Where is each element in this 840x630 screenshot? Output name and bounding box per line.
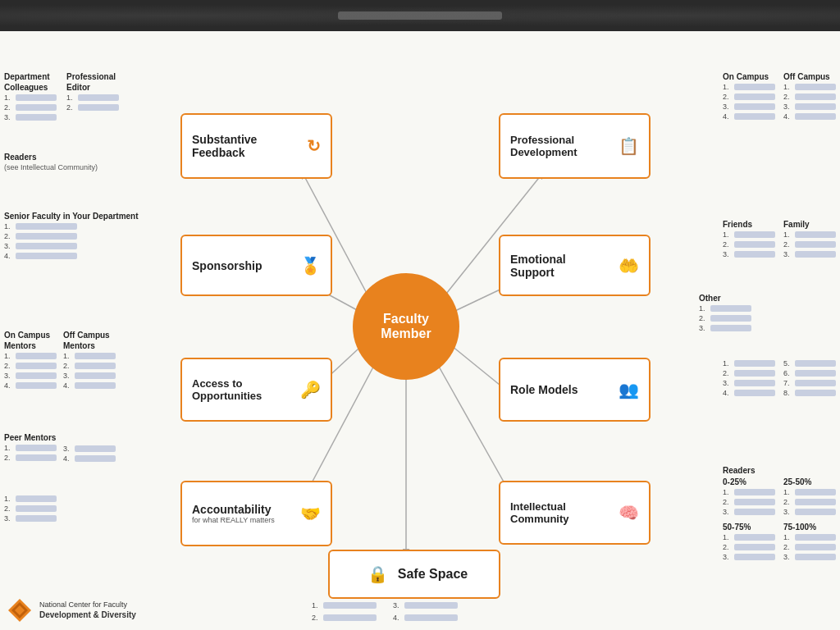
offcm-2[interactable]: 2. [63, 362, 116, 370]
oth-2[interactable]: 2. [699, 314, 751, 322]
oc-3[interactable]: 3. [723, 103, 775, 111]
on-campus-title: On Campus [723, 72, 775, 81]
substantive-feedback-label: Substantive Feedback [192, 133, 300, 159]
r3-2[interactable]: 2. [723, 543, 775, 551]
sf-item-1[interactable]: 1. [4, 222, 139, 231]
rm-8[interactable]: 8. [783, 389, 836, 397]
ncfdd-logo [7, 597, 33, 623]
sf-item-4[interactable]: 4. [4, 252, 139, 260]
right-campus-section: On Campus 1. 2. 3. 4. Off Campus 1. 2. 3… [723, 72, 836, 122]
fr-2[interactable]: 2. [723, 240, 775, 249]
dc-item-2[interactable]: 2. [4, 103, 57, 112]
r1-3[interactable]: 3. [723, 508, 775, 516]
pm-1[interactable]: 1. [4, 444, 57, 452]
ocm-4[interactable]: 4. [4, 381, 57, 390]
family-title: Family [783, 220, 836, 229]
safe-space-item-4[interactable]: 4. [393, 614, 458, 622]
faculty-member-circle: Faculty Member [353, 273, 459, 380]
r3-1[interactable]: 1. [723, 533, 775, 541]
r2-3[interactable]: 3. [783, 508, 836, 516]
rm-2[interactable]: 2. [723, 369, 775, 377]
oth-1[interactable]: 1. [699, 304, 751, 313]
offcm-1[interactable]: 1. [63, 352, 116, 360]
fr-1[interactable]: 1. [723, 231, 775, 239]
footer-line2: Development & Diversity [39, 610, 136, 619]
off-campus-mentors-title1: Off Campus [63, 331, 116, 340]
fr-3[interactable]: 3. [723, 250, 775, 258]
el-1[interactable]: 1. [4, 495, 57, 503]
r1-1[interactable]: 1. [723, 488, 775, 496]
ofc-3[interactable]: 3. [783, 103, 836, 111]
ocm-3[interactable]: 3. [4, 372, 57, 380]
fam-2[interactable]: 2. [783, 240, 836, 249]
oth-3[interactable]: 3. [699, 324, 751, 332]
pm-2[interactable]: 2. [4, 454, 57, 462]
dc-item-3[interactable]: 3. [4, 113, 57, 121]
readers-pct-section: Readers 0-25% 1. 2. 3. 25-50% 1. 2. 3. 5… [723, 466, 836, 563]
other-title: Other [699, 294, 751, 303]
readers-note-section: Readers (see Intellectual Community) [4, 153, 98, 173]
r4-1[interactable]: 1. [783, 533, 836, 541]
pm-4[interactable]: 4. [63, 454, 116, 463]
oc-4[interactable]: 4. [723, 112, 775, 121]
el-2[interactable]: 2. [4, 504, 57, 513]
dept-colleagues-section: Department Colleagues 1. 2. 3. Professio… [4, 72, 119, 123]
safe-space-item-3[interactable]: 3. [393, 601, 458, 609]
r2-2[interactable]: 2. [783, 498, 836, 506]
fam-1[interactable]: 1. [783, 231, 836, 239]
professional-development-box: Professional Development 📋 [499, 113, 651, 179]
on-campus-mentors-title1: On Campus [4, 331, 57, 340]
lock-icon: 🔒 [368, 564, 388, 584]
intellectual-community-box: Intellectual Community 🧠 [499, 481, 651, 545]
safe-space-box: 🔒 Safe Space [328, 550, 500, 599]
pe-item-2[interactable]: 2. [66, 103, 119, 112]
safe-space-item-2[interactable]: 2. [312, 614, 377, 622]
safe-space-item-1[interactable]: 1. [312, 601, 377, 609]
offcm-4[interactable]: 4. [63, 381, 116, 390]
clipboard-icon: 📋 [619, 136, 639, 156]
off-campus-mentors-title2: Mentors [63, 341, 116, 350]
pe-item-1[interactable]: 1. [66, 94, 119, 102]
ofc-4[interactable]: 4. [783, 112, 836, 121]
ocm-2[interactable]: 2. [4, 362, 57, 370]
svg-line-7 [435, 359, 509, 491]
sponsorship-label: Sponsorship [192, 259, 294, 272]
el-3[interactable]: 3. [4, 514, 57, 523]
r4-2[interactable]: 2. [783, 543, 836, 551]
r1-2[interactable]: 2. [723, 498, 775, 506]
pm-3[interactable]: 3. [63, 445, 116, 453]
accountability-label: Accountability [192, 503, 275, 516]
sf-item-3[interactable]: 3. [4, 242, 139, 250]
senior-faculty-section: Senior Faculty in Your Department 1. 2. … [4, 212, 139, 262]
rm-4[interactable]: 4. [723, 389, 775, 397]
rm-1[interactable]: 1. [723, 359, 775, 368]
oc-2[interactable]: 2. [723, 93, 775, 101]
emotional-support-label: Emotional Support [510, 253, 612, 279]
fam-3[interactable]: 3. [783, 250, 836, 258]
offcm-3[interactable]: 3. [63, 372, 116, 380]
peer-mentors-title: Peer Mentors [4, 433, 57, 442]
rm-3[interactable]: 3. [723, 379, 775, 387]
on-campus-mentors-title2: Mentors [4, 341, 57, 350]
sf-item-2[interactable]: 2. [4, 232, 139, 240]
ofc-1[interactable]: 1. [783, 83, 836, 91]
r2-1[interactable]: 1. [783, 488, 836, 496]
ofc-2[interactable]: 2. [783, 93, 836, 101]
ocm-1[interactable]: 1. [4, 352, 57, 360]
accountability-sub-label: for what REALLY matters [192, 516, 275, 524]
friends-title: Friends [723, 220, 775, 229]
access-opportunities-label: Access to Opportunities [192, 377, 294, 402]
rm-7[interactable]: 7. [783, 379, 836, 387]
rm-5[interactable]: 5. [783, 359, 836, 368]
r3-3[interactable]: 3. [723, 553, 775, 561]
accountability-box: Accountability for what REALLY matters 🤝 [180, 481, 332, 546]
access-opportunities-box: Access to Opportunities 🔑 [180, 358, 332, 422]
brain-icon: 🧠 [619, 503, 639, 523]
oc-1[interactable]: 1. [723, 83, 775, 91]
off-campus-title: Off Campus [783, 72, 836, 81]
role-models-box: Role Models 👥 [499, 358, 651, 422]
rm-6[interactable]: 6. [783, 369, 836, 377]
pct-25-50-title: 25-50% [783, 477, 836, 486]
dc-item-1[interactable]: 1. [4, 94, 57, 102]
r4-3[interactable]: 3. [783, 553, 836, 561]
